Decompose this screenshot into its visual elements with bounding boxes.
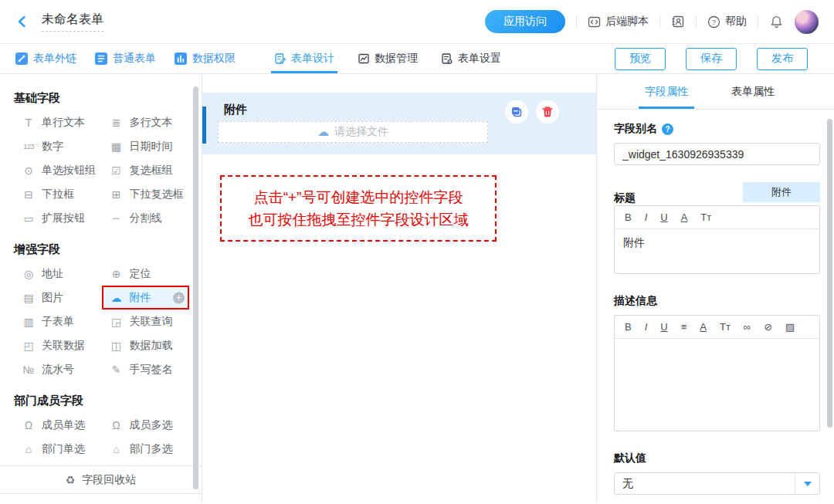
description-label: 描述信息 bbox=[614, 294, 820, 308]
recycle-icon: ♻ bbox=[66, 474, 76, 486]
add-field-plus-icon[interactable]: + bbox=[173, 292, 185, 303]
sidebar-item-dept-single[interactable]: ⌂部门单选 bbox=[14, 437, 102, 461]
field-alias-input[interactable] bbox=[614, 143, 820, 165]
delete-field-button[interactable] bbox=[536, 100, 559, 123]
description-editor-content[interactable] bbox=[615, 339, 819, 431]
tip-line-2: 也可按住拖拽至控件字段设计区域 bbox=[249, 208, 469, 231]
normal-form-button[interactable]: 普通表单 bbox=[95, 52, 156, 66]
section-title-members: 部门成员字段 bbox=[14, 394, 202, 408]
sidebar-item-single-line-text[interactable]: T单行文本 bbox=[14, 110, 102, 134]
title-editor: B I U A Tᴛ 附件 bbox=[614, 205, 820, 274]
font-color-icon[interactable]: A bbox=[681, 211, 688, 223]
tab-data-manage[interactable]: 数据管理 bbox=[358, 44, 418, 73]
unlink-icon[interactable]: ⊘ bbox=[764, 321, 772, 333]
insert-image-icon[interactable]: ▨ bbox=[785, 321, 795, 333]
underline-icon[interactable]: U bbox=[660, 321, 667, 333]
bold-icon[interactable]: B bbox=[625, 211, 632, 223]
sidebar-item-radio-group[interactable]: ⊙单选按钮组 bbox=[14, 158, 102, 182]
sidebar-item-checkbox-group[interactable]: ☑复选框组 bbox=[102, 158, 190, 182]
contacts-icon[interactable] bbox=[671, 15, 685, 29]
italic-icon[interactable]: I bbox=[645, 211, 648, 223]
upload-placeholder: 请选择文件 bbox=[334, 125, 388, 139]
back-icon[interactable] bbox=[14, 13, 31, 30]
data-permission-button[interactable]: 数据权限 bbox=[175, 52, 236, 66]
form-toolbar: 表单外链 普通表单 数据权限 表单设计 数据管理 表单设置 bbox=[0, 44, 834, 74]
department-icon: ⌂ bbox=[22, 443, 36, 455]
sidebar-item-subform[interactable]: ▥子表单 bbox=[14, 310, 102, 333]
sidebar-item-attachment[interactable]: ☁附件+ bbox=[102, 286, 190, 310]
file-upload-dropzone[interactable]: ☁ 请选择文件 bbox=[218, 121, 488, 143]
serial-number-icon: № bbox=[22, 364, 36, 376]
image-icon: ▤ bbox=[22, 292, 36, 304]
backend-script-button[interactable]: 后端脚本 bbox=[588, 15, 649, 29]
tip-line-1: 点击“+”号可创建选中的控件字段 bbox=[254, 186, 463, 208]
sidebar-item-location[interactable]: ⊕定位 bbox=[102, 262, 190, 286]
cloud-upload-icon: ☁ bbox=[110, 292, 124, 304]
sidebar-item-member-single[interactable]: Ω成员单选 bbox=[14, 413, 102, 437]
sidebar-item-datetime[interactable]: ▦日期时间 bbox=[102, 134, 190, 158]
sidebar-item-serial-number[interactable]: №流水号 bbox=[14, 357, 102, 381]
tutorial-annotation: 点击“+”号可创建选中的控件字段 也可按住拖拽至控件字段设计区域 bbox=[220, 175, 497, 242]
panel-scrollbar[interactable] bbox=[827, 119, 832, 428]
top-bar: 未命名表单 应用访问 后端脚本 ? 帮助 bbox=[0, 0, 834, 44]
linked-query-icon: ◲ bbox=[110, 316, 124, 328]
align-icon[interactable]: ≡ bbox=[681, 321, 687, 333]
sidebar-item-dept-multi[interactable]: ⌂部门多选 bbox=[102, 437, 190, 461]
description-editor-toolbar: B I U ≡ A Tᴛ ∞ ⊘ ▨ bbox=[615, 316, 819, 339]
departments-icon: ⌂ bbox=[110, 443, 124, 455]
chevron-down-icon bbox=[804, 482, 812, 486]
tab-field-properties[interactable]: 字段属性 bbox=[645, 74, 688, 109]
field-recycle-bin-button[interactable]: ♻ 字段回收站 bbox=[0, 465, 202, 494]
question-icon[interactable]: ? bbox=[662, 123, 673, 135]
sidebar-item-multi-line-text[interactable]: ≣多行文本 bbox=[102, 110, 190, 134]
sidebar-item-dropdown[interactable]: ⊟下拉框 bbox=[14, 182, 102, 206]
font-size-icon[interactable]: Tᴛ bbox=[720, 321, 731, 333]
tab-form-design[interactable]: 表单设计 bbox=[274, 44, 334, 73]
save-button[interactable]: 保存 bbox=[686, 48, 737, 70]
underline-icon[interactable]: U bbox=[660, 211, 667, 223]
divider bbox=[576, 15, 577, 28]
font-size-icon[interactable]: Tᴛ bbox=[700, 211, 711, 223]
link-icon[interactable]: ∞ bbox=[744, 321, 751, 333]
italic-icon[interactable]: I bbox=[645, 321, 648, 333]
tab-form-settings[interactable]: 表单设置 bbox=[441, 44, 501, 73]
font-color-icon[interactable]: A bbox=[700, 321, 707, 333]
sidebar-item-divider-line[interactable]: ┄分割线 bbox=[102, 206, 190, 230]
select-arrow-cell[interactable] bbox=[795, 473, 819, 494]
sidebar-item-image[interactable]: ▤图片 bbox=[14, 286, 102, 310]
title-field-tag-button[interactable]: 附件 bbox=[743, 182, 820, 202]
copy-icon bbox=[510, 105, 524, 119]
divider bbox=[758, 15, 758, 28]
sidebar-item-extend-button[interactable]: ▭扩展按钮 bbox=[14, 206, 102, 230]
form-title[interactable]: 未命名表单 bbox=[42, 12, 103, 32]
tab-form-properties[interactable]: 表单属性 bbox=[731, 74, 775, 109]
trash-icon bbox=[541, 105, 554, 119]
publish-button[interactable]: 发布 bbox=[757, 48, 808, 70]
sidebar-scrollbar[interactable] bbox=[193, 86, 198, 489]
divider bbox=[696, 15, 697, 28]
sidebar-item-member-multi[interactable]: Ω成员多选 bbox=[102, 413, 190, 437]
attachment-field-card[interactable]: 附件 ☁ 请选择文件 bbox=[202, 93, 596, 154]
people-icon: Ω bbox=[110, 419, 124, 431]
help-button[interactable]: ? 帮助 bbox=[707, 15, 747, 29]
sidebar-item-address[interactable]: ◎地址 bbox=[14, 262, 102, 286]
radio-icon: ⊙ bbox=[22, 164, 36, 177]
app-access-button[interactable]: 应用访问 bbox=[485, 10, 565, 33]
sidebar-item-data-load[interactable]: ◫数据加载 bbox=[102, 333, 190, 357]
notification-bell-icon[interactable] bbox=[769, 15, 784, 29]
default-value-label: 默认值 bbox=[614, 452, 820, 465]
user-avatar[interactable] bbox=[795, 10, 819, 34]
sidebar-item-linked-query[interactable]: ◲关联查询 bbox=[102, 310, 190, 333]
title-label: 标题 bbox=[614, 191, 636, 205]
default-value-select[interactable]: 无 bbox=[614, 472, 820, 495]
form-external-link-button[interactable]: 表单外链 bbox=[15, 52, 76, 66]
bold-icon[interactable]: B bbox=[625, 321, 632, 333]
title-editor-content[interactable]: 附件 bbox=[615, 229, 819, 273]
sidebar-item-signature[interactable]: ✎手写签名 bbox=[102, 357, 190, 381]
sidebar-item-dropdown-multi[interactable]: ⊞下拉复选框 bbox=[102, 182, 190, 206]
field-card-title: 附件 bbox=[224, 103, 247, 117]
sidebar-item-number[interactable]: 123数字 bbox=[14, 134, 102, 158]
preview-button[interactable]: 预览 bbox=[615, 48, 666, 70]
copy-field-button[interactable] bbox=[505, 100, 528, 123]
sidebar-item-linked-data[interactable]: ◰关联数据 bbox=[14, 333, 102, 357]
